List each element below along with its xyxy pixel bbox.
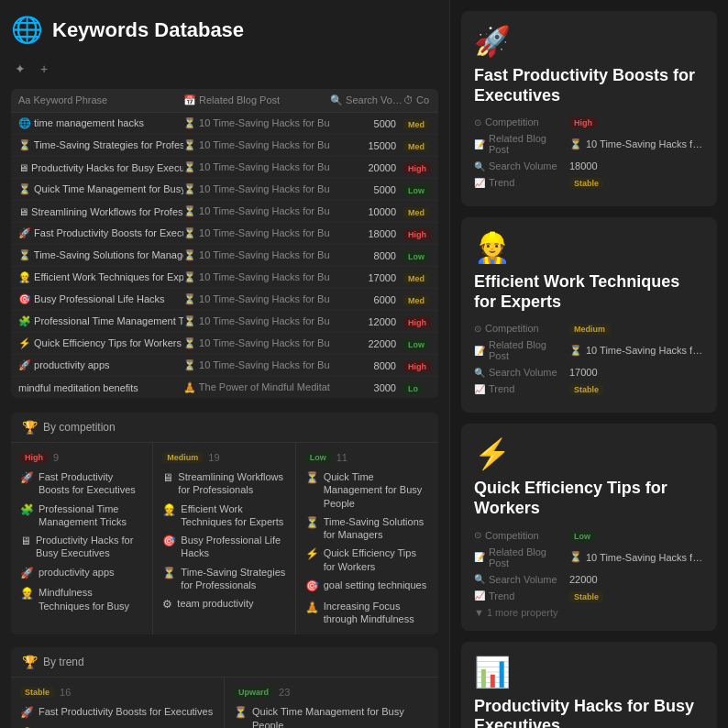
table-row[interactable]: 🖥 Streamlining Workflows for Professio ⏳… [11, 201, 438, 223]
right-panel: 🚀 Fast Productivity Boosts for Executive… [449, 0, 728, 728]
volume-cell: 18000 [330, 228, 403, 239]
by-competition-header: 🏆 By competition [11, 413, 438, 443]
item-text: Professional Time Management Tricks [39, 502, 143, 529]
item-text: Increasing Focus through Mindfulness [324, 600, 429, 626]
item-text: Quick Time Management for Busy People [252, 705, 429, 728]
volume-property: 🔍 Search Volume 18000 [474, 160, 704, 171]
blog-prop-value: ⏳ 10 Time-Saving Hacks for Busy Professi… [569, 551, 705, 563]
keyword-card[interactable]: 🚀 Fast Productivity Boosts for Executive… [461, 11, 717, 206]
volume-property: 🔍 Search Volume 22000 [474, 574, 704, 585]
table-row[interactable]: mindful meditation benefits 🧘 The Power … [11, 377, 438, 398]
filter-button[interactable]: ✦ [11, 60, 29, 78]
blog-prop-label: Related Blog Post [489, 133, 566, 155]
item-icon: 🚀 [20, 567, 34, 581]
add-button[interactable]: + [37, 60, 51, 78]
item-icon: 👷 [162, 503, 176, 518]
blog-cell: ⏳ 10 Time-Saving Hacks for Busy Professi… [183, 117, 330, 129]
table-row[interactable]: 🚀 Fast Productivity Boosts for Executive… [11, 223, 438, 245]
blog-cell: 🧘 The Power of Mindful Meditation in Inc… [183, 381, 330, 393]
keyword-cell: 🖥 Productivity Hacks for Busy Executive [18, 162, 183, 173]
col-count: 19 [208, 452, 219, 463]
blog-prop-icon: 📝 [474, 139, 485, 149]
table-row[interactable]: 🧩 Professional Time Management Trick ⏳ 1… [11, 311, 438, 333]
blog-cell: ⏳ 10 Time-Saving Hacks for Busy Professi… [183, 315, 330, 327]
item-icon: 🎯 [162, 535, 176, 549]
table-row[interactable]: 🖥 Productivity Hacks for Busy Executive … [11, 157, 438, 179]
table-row[interactable]: ⏳ Quick Time Management for Busy Pe ⏳ 10… [11, 179, 438, 201]
volume-cell: 8000 [330, 250, 403, 261]
item-icon: 👷 [20, 587, 34, 601]
col-blog: 📅 Related Blog Post [183, 94, 330, 106]
competition-badge: High [569, 117, 597, 128]
trend-icon: 🏆 [22, 655, 38, 669]
trend-prop-value: Stable [569, 383, 704, 394]
list-item: 🚀 Fast Productivity Boosts for Executive… [20, 470, 143, 497]
volume-prop-label: Search Volume [489, 160, 557, 171]
item-text: Quick Efficiency Tips for Workers [324, 546, 429, 573]
competition-property: ⊙ Competition High [474, 116, 704, 127]
volume-cell: 5000 [330, 184, 403, 195]
trend-prop-label: Trend [489, 177, 514, 188]
item-icon: 🚀 [20, 706, 34, 721]
trend-columns: Stable 16 🚀 Fast Productivity Boosts for… [11, 678, 438, 728]
col-header: Stable 16 [20, 687, 215, 698]
card-title: Efficient Work Techniques for Experts [474, 272, 704, 312]
keyword-card[interactable]: ⚡ Quick Efficiency Tips for Workers ⊙ Co… [461, 424, 717, 630]
keyword-cell: 🌐 time management hacks [18, 117, 183, 129]
list-item: 🎯 goal setting techniques [305, 579, 429, 594]
list-item: 🧩 Professional Time Management Tricks [20, 502, 143, 529]
item-text: goal setting techniques [324, 579, 427, 591]
list-item: 👷 Efficient Work Techniques for Experts [162, 502, 285, 529]
item-text: Mindfulness Techniques for Busy [39, 586, 143, 612]
keyword-card[interactable]: 👷 Efficient Work Techniques for Experts … [461, 217, 717, 413]
item-icon: 🖥 [162, 471, 173, 486]
volume-cell: 20000 [330, 162, 403, 173]
col-items: 🖥 Streamlining Workflows for Professiona… [162, 470, 285, 612]
table-row[interactable]: ⚡ Quick Efficiency Tips for Workers ⏳ 10… [11, 333, 438, 355]
badge-cell: Med [403, 206, 431, 217]
card-icon: ⚡ [474, 436, 704, 471]
badge-cell: Lo [403, 382, 431, 393]
badge-cell: Med [403, 272, 431, 283]
keyword-cell: 🎯 Busy Professional Life Hacks [18, 293, 183, 305]
item-text: Quick Time Management for Busy People [324, 470, 429, 510]
badge-cell: High [403, 316, 431, 327]
keyword-card[interactable]: 📊 Productivity Hacks for Busy Executives… [461, 642, 717, 728]
badge-cell: High [403, 360, 431, 371]
volume-cell: 10000 [330, 206, 403, 217]
volume-prop-icon: 🔍 [474, 368, 485, 378]
competition-label: By competition [43, 421, 116, 434]
competition-col: High 9 🚀 Fast Productivity Boosts for Ex… [11, 443, 153, 634]
blog-cell: ⏳ 10 Time-Saving Hacks for Busy Professi… [183, 249, 330, 261]
blog-cell: ⏳ 10 Time-Saving Hacks for Busy Professi… [183, 205, 330, 217]
volume-prop-value: 22000 [569, 574, 704, 585]
badge-cell: High [403, 228, 431, 239]
competition-prop-label: Competition [485, 116, 539, 127]
table-row[interactable]: ⏳ Time-Saving Strategies for Professio ⏳… [11, 135, 438, 157]
col-badge: Low [305, 452, 331, 463]
col-keyword: Aa Keyword Phrase [18, 94, 183, 106]
keyword-cell: 🖥 Streamlining Workflows for Professio [18, 206, 183, 217]
col-count: 11 [336, 452, 347, 463]
competition-col: Medium 19 🖥 Streamlining Workflows for P… [153, 443, 295, 634]
more-properties[interactable]: ▼ 1 more property [474, 607, 704, 618]
table-row[interactable]: 👷 Efficient Work Techniques for Experts … [11, 267, 438, 289]
cards-container: 🚀 Fast Productivity Boosts for Executive… [461, 11, 717, 728]
blog-icon: ⏳ [569, 345, 582, 357]
volume-prop-icon: 🔍 [474, 574, 485, 584]
list-item: 🚀 Fast Productivity Boosts for Executive… [20, 705, 215, 721]
competition-prop-value: Low [569, 530, 704, 541]
volume-cell: 17000 [330, 272, 403, 283]
volume-prop-icon: 🔍 [474, 161, 485, 171]
table-row[interactable]: 🚀 productivity apps ⏳ 10 Time-Saving Hac… [11, 355, 438, 377]
item-text: Efficient Work Techniques for Experts [181, 502, 285, 529]
card-icon: 👷 [474, 230, 704, 265]
badge-cell: Med [403, 294, 431, 305]
table-row[interactable]: 🎯 Busy Professional Life Hacks ⏳ 10 Time… [11, 289, 438, 311]
table-row[interactable]: ⏳ Time-Saving Solutions for Managers ⏳ 1… [11, 245, 438, 267]
col-header: Upward 23 [234, 687, 429, 698]
page-icon: 🌐 [11, 15, 43, 45]
list-item: ⏳ Time-Saving Strategies for Professiona… [162, 566, 285, 592]
table-row[interactable]: 🌐 time management hacks ⏳ 10 Time-Saving… [11, 113, 438, 135]
trend-prop-icon: 📈 [474, 178, 485, 188]
